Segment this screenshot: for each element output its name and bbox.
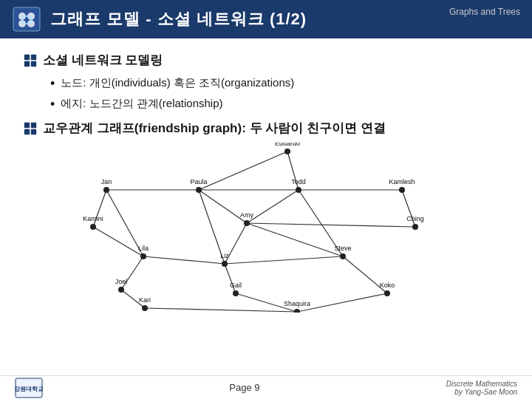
graph-node: Eduardo [275, 143, 300, 154]
graph-node: Gail [230, 282, 242, 296]
node-label: Steve [334, 245, 351, 252]
node-dot [412, 224, 418, 230]
section2-title: 교우관계 그래프(friendship graph): 두 사람이 친구이면 연… [24, 120, 508, 137]
graph-edge [199, 151, 287, 190]
node-dot [140, 253, 146, 259]
node-dot [90, 224, 96, 230]
university-logo-icon: 강원대학교 [15, 378, 43, 398]
node-dot [222, 261, 228, 267]
footer-page: Page 9 [229, 382, 259, 393]
node-label: Ching [406, 215, 424, 222]
node-dot [118, 287, 124, 293]
graph-node: Shaquira [284, 300, 310, 313]
header-subtitle: Graphs and Trees [449, 6, 520, 18]
graph-edge [247, 223, 343, 256]
node-dot [399, 187, 405, 193]
svg-rect-0 [13, 7, 40, 31]
graph-edge [143, 256, 225, 264]
svg-rect-11 [24, 61, 30, 66]
svg-rect-9 [24, 54, 30, 59]
section1-title: 소셜 네트워크 모델링 [24, 52, 508, 69]
node-label: Todd [291, 178, 306, 185]
bullet-dot-1: • [50, 76, 55, 92]
node-label: Koko [380, 282, 395, 289]
graph-edge [145, 308, 297, 312]
footer-logo: 강원대학교 [15, 378, 43, 398]
main-content: 소셜 네트워크 모델링 • 노드: 개인(individuals) 혹은 조직(… [0, 38, 532, 320]
header-logo-icon [12, 6, 41, 33]
node-dot [196, 187, 202, 193]
node-dot [294, 309, 300, 313]
node-dot [233, 290, 239, 296]
svg-rect-15 [24, 129, 30, 134]
graph-node: Kamlesh [389, 178, 415, 193]
bullet-item-1: • 노드: 개인(individuals) 혹은 조직(organization… [50, 76, 508, 92]
node-label: Eduardo [275, 143, 300, 147]
node-label: Kamini [83, 215, 103, 222]
node-label: Lila [138, 245, 149, 252]
node-dot [384, 290, 390, 296]
graph-edge [247, 223, 415, 227]
node-label: Kari [139, 296, 151, 304]
graph-node: Todd [291, 178, 306, 193]
graph-node: Amy [240, 211, 254, 226]
graph-node: Paula [190, 178, 207, 193]
graph-edge [225, 256, 343, 264]
graph-edge [93, 227, 143, 256]
svg-rect-16 [31, 129, 36, 134]
node-label: Joel [115, 278, 128, 285]
svg-text:강원대학교: 강원대학교 [15, 386, 43, 392]
node-label: Shaquira [284, 300, 310, 307]
node-dot [296, 187, 301, 193]
graph-edge [297, 293, 387, 312]
node-dot [142, 305, 148, 311]
section2-bullet-icon [24, 122, 37, 135]
footer: 강원대학교 Page 9 Discrete Mathematics by Yan… [0, 375, 532, 399]
svg-rect-10 [31, 54, 36, 59]
node-dot [284, 149, 290, 154]
graph-node: Jan [101, 178, 112, 193]
graph-edge [225, 264, 236, 293]
node-label: Liz [220, 252, 229, 259]
graph-edge [247, 190, 299, 223]
section1-bullet-icon [24, 54, 37, 67]
bullet-item-2: • 에지: 노드간의 관계(relationship) [50, 97, 508, 113]
node-label: Paula [190, 178, 207, 185]
svg-rect-14 [31, 123, 36, 128]
node-label: Gail [230, 282, 242, 289]
svg-rect-13 [24, 123, 30, 128]
graph-node: Kari [139, 296, 151, 311]
bullet-dot-2: • [50, 97, 55, 113]
footer-credit: Discrete Mathematics by Yang-Sae Moon [446, 380, 517, 396]
node-dot [244, 220, 250, 226]
svg-rect-12 [31, 61, 36, 66]
node-label: Jan [101, 178, 112, 185]
graph-node: Joel [115, 278, 128, 293]
graph-node: Kamini [83, 215, 103, 230]
node-dot [103, 187, 109, 193]
friendship-graph: EduardoJanPaulaToddKamleshKaminiAmyChing… [59, 143, 473, 313]
node-dot [340, 253, 346, 259]
node-label: Kamlesh [389, 178, 415, 185]
graph-node: Liz [220, 252, 229, 267]
graph-node: Ching [406, 215, 424, 230]
bullet-list: • 노드: 개인(individuals) 혹은 조직(organization… [50, 76, 508, 112]
graph-area: EduardoJanPaulaToddKamleshKaminiAmyChing… [59, 143, 473, 313]
node-label: Amy [240, 211, 254, 219]
